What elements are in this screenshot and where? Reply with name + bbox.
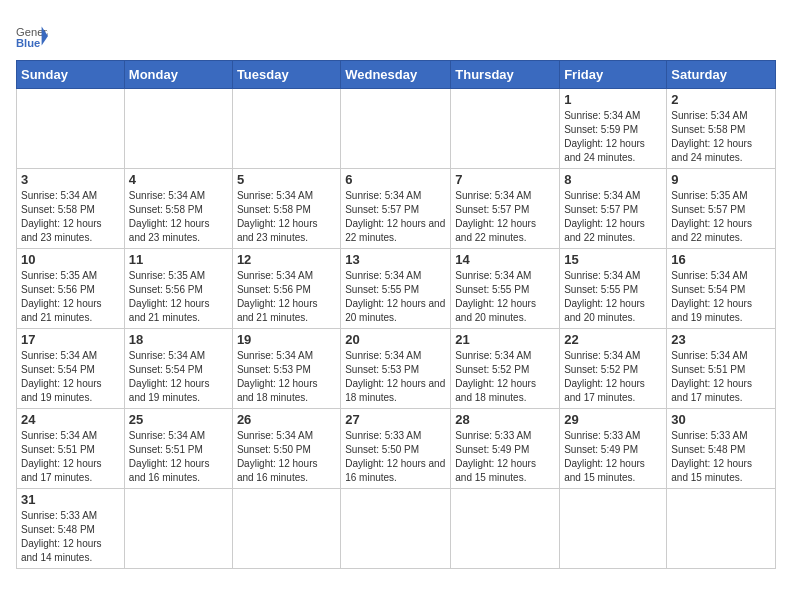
calendar-header: SundayMondayTuesdayWednesdayThursdayFrid…: [17, 61, 776, 89]
day-number: 29: [564, 412, 662, 427]
day-info: Sunrise: 5:34 AM Sunset: 5:56 PM Dayligh…: [237, 269, 336, 325]
day-info: Sunrise: 5:35 AM Sunset: 5:57 PM Dayligh…: [671, 189, 771, 245]
day-number: 4: [129, 172, 228, 187]
day-info: Sunrise: 5:34 AM Sunset: 5:59 PM Dayligh…: [564, 109, 662, 165]
day-info: Sunrise: 5:34 AM Sunset: 5:55 PM Dayligh…: [345, 269, 446, 325]
calendar-week-4: 17Sunrise: 5:34 AM Sunset: 5:54 PM Dayli…: [17, 329, 776, 409]
day-info: Sunrise: 5:33 AM Sunset: 5:48 PM Dayligh…: [671, 429, 771, 485]
day-number: 30: [671, 412, 771, 427]
day-info: Sunrise: 5:34 AM Sunset: 5:52 PM Dayligh…: [455, 349, 555, 405]
day-info: Sunrise: 5:34 AM Sunset: 5:57 PM Dayligh…: [455, 189, 555, 245]
weekday-header-thursday: Thursday: [451, 61, 560, 89]
day-info: Sunrise: 5:33 AM Sunset: 5:49 PM Dayligh…: [564, 429, 662, 485]
day-info: Sunrise: 5:34 AM Sunset: 5:53 PM Dayligh…: [345, 349, 446, 405]
calendar-cell: [341, 489, 451, 569]
logo-icon: General Blue: [16, 20, 48, 52]
day-number: 18: [129, 332, 228, 347]
calendar-cell: 29Sunrise: 5:33 AM Sunset: 5:49 PM Dayli…: [560, 409, 667, 489]
day-info: Sunrise: 5:35 AM Sunset: 5:56 PM Dayligh…: [21, 269, 120, 325]
calendar-cell: [232, 89, 340, 169]
day-info: Sunrise: 5:34 AM Sunset: 5:58 PM Dayligh…: [671, 109, 771, 165]
day-number: 9: [671, 172, 771, 187]
calendar-cell: 21Sunrise: 5:34 AM Sunset: 5:52 PM Dayli…: [451, 329, 560, 409]
day-info: Sunrise: 5:34 AM Sunset: 5:53 PM Dayligh…: [237, 349, 336, 405]
calendar-cell: [341, 89, 451, 169]
day-info: Sunrise: 5:33 AM Sunset: 5:50 PM Dayligh…: [345, 429, 446, 485]
day-info: Sunrise: 5:34 AM Sunset: 5:58 PM Dayligh…: [21, 189, 120, 245]
day-number: 6: [345, 172, 446, 187]
day-info: Sunrise: 5:34 AM Sunset: 5:54 PM Dayligh…: [21, 349, 120, 405]
day-number: 15: [564, 252, 662, 267]
calendar-cell: 28Sunrise: 5:33 AM Sunset: 5:49 PM Dayli…: [451, 409, 560, 489]
calendar-cell: [451, 489, 560, 569]
calendar-cell: 20Sunrise: 5:34 AM Sunset: 5:53 PM Dayli…: [341, 329, 451, 409]
day-number: 16: [671, 252, 771, 267]
day-number: 24: [21, 412, 120, 427]
calendar-cell: 31Sunrise: 5:33 AM Sunset: 5:48 PM Dayli…: [17, 489, 125, 569]
calendar-cell: 19Sunrise: 5:34 AM Sunset: 5:53 PM Dayli…: [232, 329, 340, 409]
weekday-header-wednesday: Wednesday: [341, 61, 451, 89]
calendar-week-3: 10Sunrise: 5:35 AM Sunset: 5:56 PM Dayli…: [17, 249, 776, 329]
day-number: 23: [671, 332, 771, 347]
calendar-cell: 22Sunrise: 5:34 AM Sunset: 5:52 PM Dayli…: [560, 329, 667, 409]
day-info: Sunrise: 5:35 AM Sunset: 5:56 PM Dayligh…: [129, 269, 228, 325]
calendar-cell: 18Sunrise: 5:34 AM Sunset: 5:54 PM Dayli…: [124, 329, 232, 409]
day-number: 10: [21, 252, 120, 267]
day-number: 21: [455, 332, 555, 347]
day-number: 31: [21, 492, 120, 507]
weekday-header-sunday: Sunday: [17, 61, 125, 89]
weekday-header-saturday: Saturday: [667, 61, 776, 89]
day-info: Sunrise: 5:34 AM Sunset: 5:54 PM Dayligh…: [129, 349, 228, 405]
day-number: 20: [345, 332, 446, 347]
day-info: Sunrise: 5:34 AM Sunset: 5:54 PM Dayligh…: [671, 269, 771, 325]
calendar-cell: [124, 489, 232, 569]
day-info: Sunrise: 5:34 AM Sunset: 5:51 PM Dayligh…: [129, 429, 228, 485]
calendar-cell: [451, 89, 560, 169]
day-info: Sunrise: 5:33 AM Sunset: 5:48 PM Dayligh…: [21, 509, 120, 565]
calendar-cell: 2Sunrise: 5:34 AM Sunset: 5:58 PM Daylig…: [667, 89, 776, 169]
day-info: Sunrise: 5:34 AM Sunset: 5:51 PM Dayligh…: [21, 429, 120, 485]
day-number: 25: [129, 412, 228, 427]
day-info: Sunrise: 5:34 AM Sunset: 5:57 PM Dayligh…: [564, 189, 662, 245]
calendar-cell: [124, 89, 232, 169]
calendar-cell: 7Sunrise: 5:34 AM Sunset: 5:57 PM Daylig…: [451, 169, 560, 249]
day-number: 12: [237, 252, 336, 267]
day-number: 5: [237, 172, 336, 187]
day-number: 2: [671, 92, 771, 107]
calendar-cell: 26Sunrise: 5:34 AM Sunset: 5:50 PM Dayli…: [232, 409, 340, 489]
calendar-week-6: 31Sunrise: 5:33 AM Sunset: 5:48 PM Dayli…: [17, 489, 776, 569]
day-number: 19: [237, 332, 336, 347]
calendar-cell: 6Sunrise: 5:34 AM Sunset: 5:57 PM Daylig…: [341, 169, 451, 249]
calendar-week-2: 3Sunrise: 5:34 AM Sunset: 5:58 PM Daylig…: [17, 169, 776, 249]
day-number: 28: [455, 412, 555, 427]
day-number: 17: [21, 332, 120, 347]
calendar-cell: 15Sunrise: 5:34 AM Sunset: 5:55 PM Dayli…: [560, 249, 667, 329]
day-info: Sunrise: 5:34 AM Sunset: 5:57 PM Dayligh…: [345, 189, 446, 245]
calendar-cell: 11Sunrise: 5:35 AM Sunset: 5:56 PM Dayli…: [124, 249, 232, 329]
day-info: Sunrise: 5:34 AM Sunset: 5:55 PM Dayligh…: [564, 269, 662, 325]
calendar-cell: 9Sunrise: 5:35 AM Sunset: 5:57 PM Daylig…: [667, 169, 776, 249]
calendar-cell: 23Sunrise: 5:34 AM Sunset: 5:51 PM Dayli…: [667, 329, 776, 409]
calendar-week-1: 1Sunrise: 5:34 AM Sunset: 5:59 PM Daylig…: [17, 89, 776, 169]
weekday-header-monday: Monday: [124, 61, 232, 89]
calendar-cell: 4Sunrise: 5:34 AM Sunset: 5:58 PM Daylig…: [124, 169, 232, 249]
calendar-cell: 12Sunrise: 5:34 AM Sunset: 5:56 PM Dayli…: [232, 249, 340, 329]
calendar-cell: [17, 89, 125, 169]
day-info: Sunrise: 5:34 AM Sunset: 5:58 PM Dayligh…: [129, 189, 228, 245]
day-info: Sunrise: 5:34 AM Sunset: 5:55 PM Dayligh…: [455, 269, 555, 325]
day-info: Sunrise: 5:34 AM Sunset: 5:58 PM Dayligh…: [237, 189, 336, 245]
calendar-cell: 16Sunrise: 5:34 AM Sunset: 5:54 PM Dayli…: [667, 249, 776, 329]
calendar-cell: [232, 489, 340, 569]
calendar-body: 1Sunrise: 5:34 AM Sunset: 5:59 PM Daylig…: [17, 89, 776, 569]
calendar-cell: 8Sunrise: 5:34 AM Sunset: 5:57 PM Daylig…: [560, 169, 667, 249]
calendar-week-5: 24Sunrise: 5:34 AM Sunset: 5:51 PM Dayli…: [17, 409, 776, 489]
day-number: 1: [564, 92, 662, 107]
calendar-cell: 24Sunrise: 5:34 AM Sunset: 5:51 PM Dayli…: [17, 409, 125, 489]
calendar-cell: 3Sunrise: 5:34 AM Sunset: 5:58 PM Daylig…: [17, 169, 125, 249]
day-number: 7: [455, 172, 555, 187]
header: General Blue: [16, 16, 776, 52]
calendar-table: SundayMondayTuesdayWednesdayThursdayFrid…: [16, 60, 776, 569]
weekday-header-tuesday: Tuesday: [232, 61, 340, 89]
logo: General Blue: [16, 20, 52, 52]
day-number: 8: [564, 172, 662, 187]
